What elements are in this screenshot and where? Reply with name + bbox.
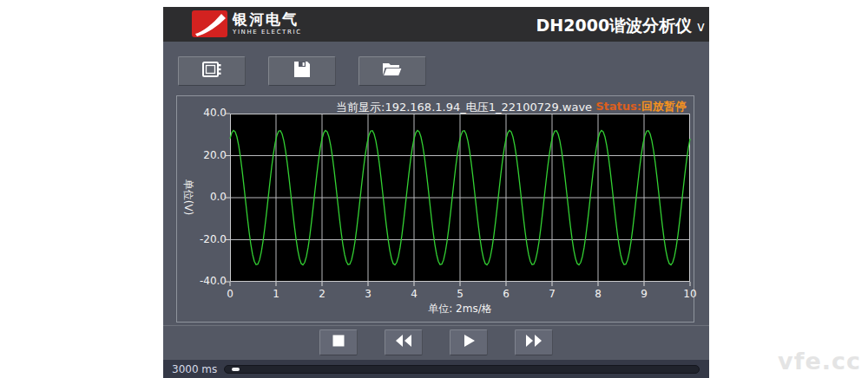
x-tick-label: 0: [219, 288, 241, 300]
device-icon: [201, 59, 223, 83]
watermark: vfe.cc: [778, 348, 861, 375]
x-tick-label: 3: [357, 288, 379, 300]
timeline-bar: 3000 ms: [163, 359, 709, 378]
app-window: 银河电气 YINHE ELECTRIC DH2000谐波分析仪v: [163, 7, 709, 378]
rewind-icon: [394, 332, 413, 353]
logo-icon: [192, 10, 227, 37]
title-bar: 银河电气 YINHE ELECTRIC DH2000谐波分析仪v: [163, 7, 709, 42]
y-tick-label: 20.0: [192, 149, 227, 161]
playback-controls: [163, 326, 709, 359]
x-tick-label: 2: [311, 288, 333, 300]
brand-text: 银河电气 YINHE ELECTRIC: [233, 12, 302, 36]
y-tick-label: 0.0: [192, 191, 227, 203]
x-tick-label: 8: [587, 288, 609, 300]
save-icon: [292, 59, 312, 83]
waveform-panel: 当前显示:192.168.1.94_电压1_22100729.wave Stat…: [176, 95, 694, 323]
app-title-version-cut: v: [697, 19, 705, 35]
timeline-slider[interactable]: [224, 365, 700, 374]
x-axis-title: 单位: 2ms/格: [230, 302, 690, 316]
x-tick-label: 7: [541, 288, 563, 300]
status-badge: Status:回放暂停: [595, 99, 687, 114]
time-position-label: 3000 ms: [172, 363, 217, 375]
brand-name-en: YINHE ELECTRIC: [233, 29, 302, 36]
y-tick-label: -20.0: [192, 233, 227, 245]
play-icon: [460, 332, 477, 353]
fast-forward-icon: [524, 332, 543, 353]
app-title: DH2000谐波分析仪v: [536, 15, 705, 37]
waveform-plot: [230, 114, 690, 282]
y-tick-label: 40.0: [192, 107, 227, 119]
stop-button[interactable]: [319, 329, 358, 355]
rewind-button[interactable]: [385, 329, 423, 355]
timeline-slider-handle[interactable]: [232, 368, 240, 371]
y-tick-label: -40.0: [192, 275, 227, 287]
y-axis-title: 单位(V): [181, 171, 195, 225]
x-tick-label: 6: [495, 288, 517, 300]
open-folder-icon: [381, 59, 404, 83]
page: 银河电气 YINHE ELECTRIC DH2000谐波分析仪v: [0, 0, 868, 378]
brand-logo: 银河电气 YINHE ELECTRIC: [192, 10, 302, 37]
play-button[interactable]: [450, 329, 488, 355]
x-tick-label: 10: [679, 288, 701, 300]
x-tick-label: 9: [633, 288, 655, 300]
app-title-text: DH2000谐波分析仪: [536, 16, 693, 35]
x-tick-label: 4: [403, 288, 425, 300]
save-button[interactable]: [268, 56, 336, 86]
stop-icon: [330, 332, 347, 353]
x-tick-label: 1: [265, 288, 287, 300]
status-label: Status:: [595, 100, 641, 113]
open-file-button[interactable]: [358, 56, 426, 86]
brand-name-cn: 银河电气: [233, 12, 302, 27]
device-button[interactable]: [178, 56, 246, 86]
status-value: 回放暂停: [641, 100, 687, 113]
x-tick-label: 5: [449, 288, 471, 300]
fast-forward-button[interactable]: [515, 329, 553, 355]
